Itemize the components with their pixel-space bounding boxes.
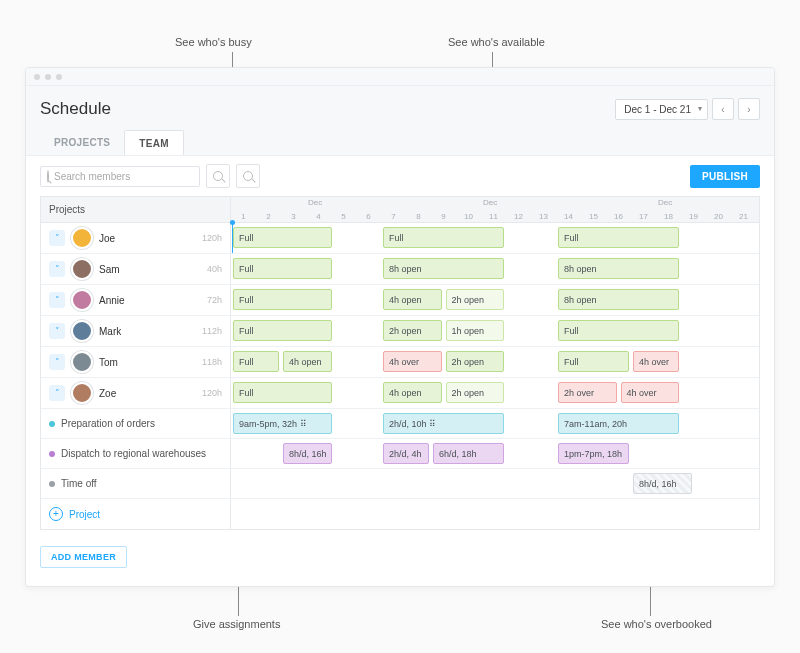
- day-column-20: 20: [706, 212, 731, 221]
- day-column-1: 1: [231, 212, 256, 221]
- day-column-12: 12: [506, 212, 531, 221]
- avatar: [71, 289, 93, 311]
- schedule-bar[interactable]: 2h open: [446, 289, 505, 310]
- schedule-bar[interactable]: 4h over: [633, 351, 679, 372]
- schedule-bar[interactable]: Full: [558, 320, 679, 341]
- schedule-bar[interactable]: 8h open: [383, 258, 504, 279]
- window-control[interactable]: [45, 74, 51, 80]
- day-column-15: 15: [581, 212, 606, 221]
- schedule-bar[interactable]: 4h over: [621, 382, 680, 403]
- schedule-bar[interactable]: 2h open: [383, 320, 442, 341]
- task-name: Time off: [61, 478, 97, 489]
- task-side: Dispatch to regional warehouses: [41, 439, 231, 468]
- expand-toggle[interactable]: ˅: [49, 354, 65, 370]
- schedule-bar[interactable]: 2h open: [446, 351, 505, 372]
- tab-team[interactable]: TEAM: [124, 130, 184, 155]
- expand-toggle[interactable]: ˄: [49, 385, 65, 401]
- schedule-bar[interactable]: 8h open: [558, 289, 679, 310]
- publish-button[interactable]: PUBLISH: [690, 165, 760, 188]
- schedule-bar[interactable]: 4h open: [283, 351, 332, 372]
- grid-body: ˅Joe120hFullFullFull˅Sam40hFull8h open8h…: [41, 223, 759, 529]
- member-calendar: Full4h open2h open8h open: [231, 285, 759, 315]
- member-hours: 112h: [202, 326, 222, 336]
- day-column-5: 5: [331, 212, 356, 221]
- schedule-bar[interactable]: 4h over: [383, 351, 442, 372]
- app-window: Schedule Dec 1 - Dec 21 ‹ › PROJECTS TEA…: [25, 67, 775, 587]
- member-hours: 72h: [207, 295, 222, 305]
- schedule-bar[interactable]: Full: [233, 227, 332, 248]
- annotation-overbooked: See who's overbooked: [601, 618, 712, 630]
- date-range-picker[interactable]: Dec 1 - Dec 21: [615, 99, 708, 120]
- month-label: Dec: [658, 198, 672, 207]
- member-calendar: Full8h open8h open: [231, 254, 759, 284]
- expand-toggle[interactable]: ˅: [49, 230, 65, 246]
- member-hours: 120h: [202, 233, 222, 243]
- schedule-bar[interactable]: 2h over: [558, 382, 617, 403]
- annotation-available: See who's available: [448, 36, 545, 48]
- member-hours: 40h: [207, 264, 222, 274]
- schedule-bar[interactable]: 8h/d, 16h: [283, 443, 332, 464]
- add-project-label: Project: [69, 509, 100, 520]
- schedule-bar[interactable]: 8h open: [558, 258, 679, 279]
- prev-button[interactable]: ‹: [712, 98, 734, 120]
- member-row: ˅Mark112hFull2h open1h openFull: [41, 316, 759, 347]
- add-project-row[interactable]: +Project: [41, 499, 759, 529]
- task-row: Preparation of orders9am-5pm, 32h ⠿2h/d,…: [41, 409, 759, 439]
- member-calendar: Full2h open1h openFull: [231, 316, 759, 346]
- add-project-side[interactable]: +Project: [41, 499, 231, 529]
- schedule-bar[interactable]: Full: [233, 382, 332, 403]
- tabs: PROJECTS TEAM: [26, 130, 774, 155]
- member-row: ˅Annie72hFull4h open2h open8h open: [41, 285, 759, 316]
- plus-icon: +: [49, 507, 63, 521]
- schedule-bar[interactable]: 4h open: [383, 382, 442, 403]
- window-control[interactable]: [34, 74, 40, 80]
- task-name: Dispatch to regional warehouses: [61, 448, 206, 459]
- window-control[interactable]: [56, 74, 62, 80]
- schedule-bar[interactable]: 2h/d, 10h ⠿: [383, 413, 504, 434]
- schedule-bar[interactable]: 1h open: [446, 320, 505, 341]
- add-member-button[interactable]: ADD MEMBER: [40, 546, 127, 568]
- member-name: Annie: [99, 295, 125, 306]
- schedule-bar[interactable]: Full: [233, 351, 279, 372]
- expand-toggle[interactable]: ˅: [49, 261, 65, 277]
- grid-header: Projects 1234567891011121314151617181920…: [41, 197, 759, 223]
- day-column-21: 21: [731, 212, 756, 221]
- schedule-bar[interactable]: Full: [233, 258, 332, 279]
- schedule-bar[interactable]: Full: [233, 289, 332, 310]
- schedule-bar[interactable]: Full: [558, 351, 629, 372]
- day-column-2: 2: [256, 212, 281, 221]
- day-column-4: 4: [306, 212, 331, 221]
- member-name: Joe: [99, 233, 115, 244]
- schedule-bar[interactable]: Full: [233, 320, 332, 341]
- schedule-bar[interactable]: 1pm-7pm, 18h: [558, 443, 629, 464]
- search-input[interactable]: Search members: [40, 166, 200, 187]
- expand-toggle[interactable]: ˅: [49, 323, 65, 339]
- day-column-3: 3: [281, 212, 306, 221]
- zoom-in-button[interactable]: [236, 164, 260, 188]
- task-row: Dispatch to regional warehouses8h/d, 16h…: [41, 439, 759, 469]
- day-column-16: 16: [606, 212, 631, 221]
- schedule-bar[interactable]: 6h/d, 18h: [433, 443, 504, 464]
- expand-toggle[interactable]: ˅: [49, 292, 65, 308]
- day-column-14: 14: [556, 212, 581, 221]
- schedule-bar[interactable]: 7am-11am, 20h: [558, 413, 679, 434]
- next-button[interactable]: ›: [738, 98, 760, 120]
- day-column-9: 9: [431, 212, 456, 221]
- zoom-out-button[interactable]: [206, 164, 230, 188]
- tab-projects[interactable]: PROJECTS: [40, 130, 124, 155]
- search-placeholder: Search members: [54, 171, 130, 182]
- side-header: Projects: [41, 197, 231, 222]
- schedule-bar[interactable]: 2h/d, 4h: [383, 443, 429, 464]
- schedule-bar[interactable]: Full: [558, 227, 679, 248]
- schedule-bar[interactable]: Full: [383, 227, 504, 248]
- task-calendar: 8h/d, 16h2h/d, 4h6h/d, 18h1pm-7pm, 18h: [231, 439, 759, 468]
- schedule-grid: Projects 1234567891011121314151617181920…: [40, 196, 760, 530]
- schedule-bar[interactable]: 4h open: [383, 289, 442, 310]
- schedule-bar[interactable]: 9am-5pm, 32h ⠿: [233, 413, 332, 434]
- task-side: Time off: [41, 469, 231, 498]
- add-project-button[interactable]: +Project: [49, 507, 100, 521]
- schedule-bar[interactable]: 2h open: [446, 382, 505, 403]
- avatar: [71, 320, 93, 342]
- day-column-8: 8: [406, 212, 431, 221]
- schedule-bar[interactable]: 8h/d, 16h: [633, 473, 692, 494]
